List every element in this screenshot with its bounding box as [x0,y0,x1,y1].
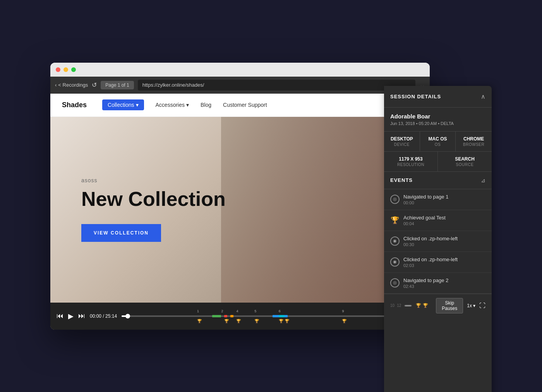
nav-accessories[interactable]: Accessories ▾ [156,102,189,108]
chevron-down-icon: ▾ [136,102,139,108]
click-icon-2: ◉ [390,257,400,267]
resolution-grid: 1179 x 953 RESOLUTION SEARCH SOURCE [384,152,492,172]
reload-button[interactable]: ↺ [92,81,97,89]
green-bar-1 [212,315,221,317]
marker-1: 1 [197,309,199,313]
skip-pauses-button[interactable]: Skip Pauses [436,298,463,313]
marker-3: 4 [236,309,238,313]
time-display: 00:00 / 25:14 [90,313,117,319]
bottom-markers: 10 12 [390,303,412,308]
device-grid: DESKTOP DEVICE Mac OS OS CHROME BROWSER [384,132,492,152]
nav-support[interactable]: Customer Support [223,102,267,108]
collapse-button[interactable]: ∧ [481,93,485,100]
forward-button[interactable]: ⏭ [78,312,85,320]
total-time: 25:14 [105,313,117,319]
hero-subtitle: asoss [81,177,226,183]
speed-selector[interactable]: 1x ▾ [467,303,475,308]
event-item-5: ◎ Navigated to page 2 02:43 [384,273,492,294]
session-meta: Jun 13, 2018 • 05:20 AM • DELTA [390,121,485,126]
nav-accessories-label: Accessories [156,102,185,108]
event-time-5: 02:43 [403,284,485,289]
event-name-3: Clicked on .zp-home-left [403,236,485,241]
fullscreen-button[interactable]: ⛶ [479,302,485,309]
website-content: Shades Collections ▾ Accessories ▾ Blog … [50,94,430,330]
event-time-3: 00:30 [403,242,485,247]
marker-4: 5 [254,309,256,313]
device-browser-label: BROWSER [462,142,485,147]
url-text: https://zylker.online/shades/ [142,82,204,88]
play-button[interactable]: ▶ [68,312,74,320]
trophy-6: 🏆 [285,319,289,323]
event-text-4: Clicked on .zp-home-left 02:03 [403,257,485,268]
marker-5: 6 [279,309,281,313]
orange-bar-1 [230,315,233,317]
hero-title: New Collection [81,188,226,210]
filter-icon[interactable]: ⊿ [481,177,485,183]
timeline-container[interactable]: 1 2 4 5 6 9 🏆 🏆 [122,308,424,324]
device-os-label: OS [426,142,449,147]
timeline-track[interactable]: 1 2 4 5 6 9 🏆 🏆 [122,315,424,317]
current-time: 00:00 [90,313,101,319]
site-logo: Shades [62,101,87,109]
rewind-button[interactable]: ⏮ [57,312,63,320]
click-icon-1: ◉ [390,236,400,246]
page-indicator: Page 1 of 1 [101,81,134,89]
event-name-2: Achieved goal Test [403,215,485,221]
url-bar[interactable]: https://zylker.online/shades/ [138,80,415,91]
trophy-7: 🏆 [342,319,346,323]
view-collection-button[interactable]: VIEW COLLECTION [81,224,161,242]
session-date: Jun 13, 2018 [390,121,415,126]
trophy-3: 🏆 [236,319,241,323]
event-name-1: Navigated to page 1 [403,194,485,200]
cyan-bar-1 [279,315,285,317]
device-os-value: Mac OS [426,136,449,142]
trophy-1: 🏆 [197,319,202,323]
marker-10: 10 [390,303,394,308]
nav-blog[interactable]: Blog [201,102,211,108]
source-value: SEARCH [444,156,485,162]
device-cell-os: Mac OS OS [420,132,456,151]
close-dot[interactable] [56,67,60,72]
panel-title: SESSION DETAILS [390,94,441,99]
player-bar: ⏮ ▶ ⏭ 00:00 / 25:14 1 2 4 5 [50,303,430,330]
event-item-3: ◉ Clicked on .zp-home-left 00:30 [384,231,492,252]
session-panel: SESSION DETAILS ∧ Adorable Boar Jun 13, … [384,86,492,392]
event-time-1: 00:00 [403,200,485,205]
bottom-trophy-1: 🏆 [416,303,421,308]
nav-icon-1: ◎ [390,195,400,204]
device-cell-type: DESKTOP DEVICE [384,132,420,151]
hero-section: asoss New Collection VIEW COLLECTION [50,117,430,303]
hero-content: asoss New Collection VIEW COLLECTION [81,177,226,242]
browser-chrome: ‹ < Recordings ↺ Page 1 of 1 https://zyl… [50,77,430,94]
back-button[interactable]: ‹ < Recordings [55,82,88,88]
session-name: Adorable Boar [390,113,485,120]
speed-chevron-icon: ▾ [473,303,475,308]
event-text-1: Navigated to page 1 00:00 [403,194,485,205]
maximize-dot[interactable] [71,67,76,72]
event-item-2: 🏆 Achieved goal Test 00:04 [384,210,492,231]
bottom-trophy-2: 🏆 [423,303,428,308]
trophy-bottom-markers: 🏆 🏆 [416,303,428,308]
event-time-4: 02:03 [403,263,485,268]
event-item-1: ◎ Navigated to page 1 00:00 [384,189,492,210]
event-text-2: Achieved goal Test 00:04 [403,215,485,226]
events-title: EVENTS [390,177,413,183]
back-arrow-icon: ‹ [55,82,57,88]
source-label: SOURCE [444,163,485,167]
session-info: Adorable Boar Jun 13, 2018 • 05:20 AM • … [384,108,492,132]
mini-progress [405,305,411,306]
timeline-thumb[interactable] [125,314,130,318]
events-header: EVENTS ⊿ [384,172,492,189]
resolution-label: RESOLUTION [390,163,431,167]
session-delta: DELTA [441,121,454,126]
source-cell: SEARCH SOURCE [438,152,492,171]
mini-track [404,305,412,306]
website-nav: Shades Collections ▾ Accessories ▾ Blog … [50,94,430,117]
minimize-dot[interactable] [63,67,68,72]
mac-titlebar [50,63,430,77]
recordings-label: < Recordings [58,82,88,88]
trophy-2: 🏆 [224,319,229,323]
device-type-label: DEVICE [390,142,413,147]
nav-collections[interactable]: Collections ▾ [102,99,144,110]
trophy-5: 🏆 [279,319,283,323]
